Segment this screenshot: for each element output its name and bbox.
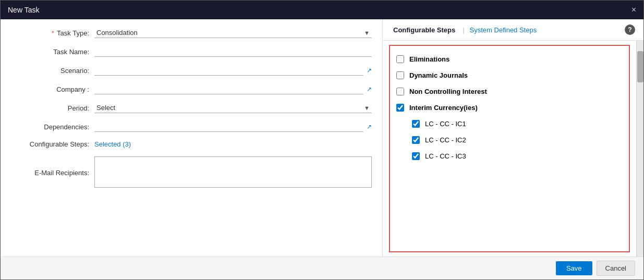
checkbox-non-controlling-interest[interactable]: [396, 88, 404, 95]
step-lc-cc-ic3-label: LC - CC - IC3: [425, 152, 466, 160]
period-dropdown-arrow: ▼: [364, 105, 372, 111]
scenario-input[interactable]: [94, 65, 363, 76]
step-interim-currency-label: Interim Currency(ies): [409, 104, 478, 112]
company-row: Company : ↗: [11, 84, 372, 94]
step-eliminations-label: Eliminations: [409, 55, 449, 63]
dependencies-input[interactable]: [94, 121, 363, 132]
task-name-input-wrap: [94, 46, 372, 57]
email-input-wrap: [94, 156, 372, 189]
task-type-dropdown-arrow: ▼: [364, 30, 372, 36]
scenario-row: Scenario: ↗: [11, 65, 372, 76]
task-type-label: * Task Type:: [11, 29, 94, 37]
configurable-steps-row: Configurable Steps: Selected (3): [11, 140, 372, 148]
checkbox-dynamic-journals[interactable]: [396, 71, 404, 79]
company-input[interactable]: [94, 84, 363, 94]
scenario-input-wrap: [94, 65, 363, 76]
step-lc-cc-ic3: LC - CC - IC3: [396, 148, 623, 164]
dependencies-row: Dependencies: ↗: [11, 121, 372, 132]
tab-configurable-steps[interactable]: Configurable Steps: [391, 25, 457, 35]
step-lc-cc-ic2-label: LC - CC - IC2: [425, 136, 466, 144]
step-interim-currency: Interim Currency(ies): [396, 100, 623, 116]
checkbox-eliminations[interactable]: [396, 55, 404, 63]
tab-divider: |: [463, 26, 464, 34]
configurable-steps-value-wrap: Selected (3): [94, 140, 372, 148]
dialog-title: New Task: [8, 6, 39, 14]
configurable-steps-value: Selected (3): [94, 140, 131, 148]
right-panel-header: Configurable Steps | System Defined Step…: [383, 19, 643, 41]
checkbox-lc-cc-ic3[interactable]: [412, 152, 420, 160]
dependencies-external-icon[interactable]: ↗: [367, 123, 372, 130]
task-name-label: Task Name:: [11, 48, 94, 56]
checkbox-lc-cc-ic1[interactable]: [412, 120, 420, 128]
email-label: E-Mail Recipients:: [11, 169, 94, 177]
company-external-icon[interactable]: ↗: [367, 86, 372, 93]
scenario-label: Scenario:: [11, 67, 94, 75]
dependencies-label: Dependencies:: [11, 123, 94, 131]
checkbox-lc-cc-ic2[interactable]: [412, 136, 420, 144]
step-non-controlling-interest-label: Non Controlling Interest: [409, 88, 487, 95]
step-lc-cc-ic2: LC - CC - IC2: [396, 132, 623, 148]
right-scrollbar: [636, 41, 643, 257]
dependencies-input-wrap: [94, 121, 363, 132]
dialog-footer: Save Cancel: [1, 257, 643, 279]
save-button[interactable]: Save: [556, 261, 592, 275]
dialog-body: * Task Type: Consolidation ▼ Task Name: …: [1, 19, 643, 257]
email-textarea[interactable]: [94, 156, 372, 188]
checkbox-interim-currency[interactable]: [396, 104, 404, 112]
email-row: E-Mail Recipients:: [11, 156, 372, 189]
tab-system-defined-steps[interactable]: System Defined Steps: [470, 26, 537, 34]
configurable-steps-box: Eliminations Dynamic Journals Non Contro…: [389, 45, 630, 252]
close-button[interactable]: ×: [631, 6, 636, 14]
period-row: Period: Select ▼: [11, 103, 372, 113]
step-eliminations: Eliminations: [396, 51, 623, 67]
scenario-external-icon[interactable]: ↗: [367, 67, 372, 74]
step-dynamic-journals-label: Dynamic Journals: [409, 71, 468, 79]
scrollbar-thumb: [637, 51, 643, 82]
required-star: *: [52, 29, 54, 37]
step-dynamic-journals: Dynamic Journals: [396, 67, 623, 83]
configurable-steps-label: Configurable Steps:: [11, 140, 94, 148]
task-name-row: Task Name:: [11, 46, 372, 57]
company-input-wrap: [94, 84, 363, 94]
right-panel: Configurable Steps | System Defined Step…: [383, 19, 643, 257]
step-lc-cc-ic1-label: LC - CC - IC1: [425, 120, 466, 128]
new-task-dialog: New Task × * Task Type: Consolidation ▼ …: [0, 0, 644, 280]
company-label: Company :: [11, 86, 94, 93]
step-lc-cc-ic1: LC - CC - IC1: [396, 116, 623, 132]
cancel-button[interactable]: Cancel: [597, 261, 635, 276]
period-select[interactable]: Select ▼: [94, 103, 372, 113]
task-type-row: * Task Type: Consolidation ▼: [11, 28, 372, 38]
left-panel: * Task Type: Consolidation ▼ Task Name: …: [1, 19, 383, 257]
help-icon[interactable]: ?: [625, 25, 635, 35]
period-value: Select: [94, 103, 364, 113]
task-type-select[interactable]: Consolidation ▼: [94, 28, 372, 38]
task-type-value: Consolidation: [94, 28, 364, 38]
dialog-header: New Task ×: [1, 1, 643, 19]
step-non-controlling-interest: Non Controlling Interest: [396, 83, 623, 100]
period-label: Period:: [11, 104, 94, 112]
task-name-input[interactable]: [94, 46, 372, 57]
